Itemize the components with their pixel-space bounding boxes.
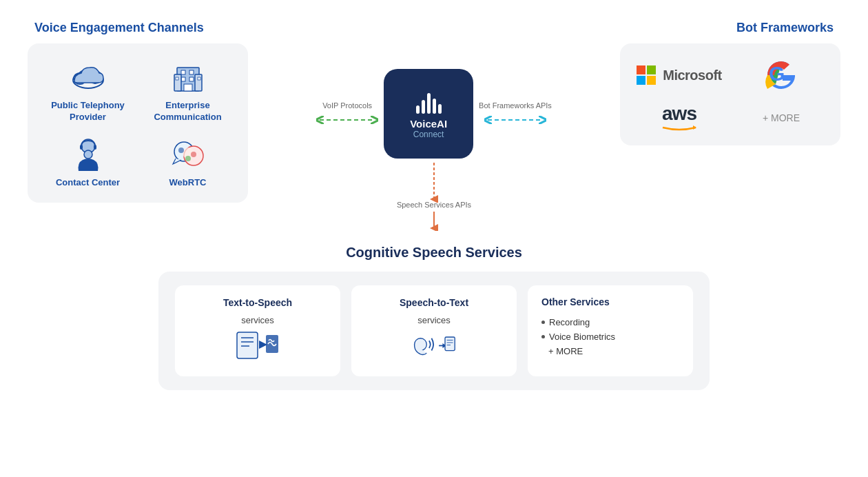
diagram-container: Voice Engagement Channels [0, 0, 868, 477]
biometrics-item: Voice Biometrics [541, 332, 679, 342]
tts-item: Text-to-Speech services [175, 285, 340, 376]
aws-text: aws [662, 104, 696, 123]
svg-rect-7 [181, 77, 185, 81]
svg-rect-6 [189, 70, 194, 74]
speech-api-arrow2 [427, 210, 441, 231]
webrtc-label: WebRTC [169, 177, 207, 189]
svg-point-23 [185, 156, 191, 161]
right-panel-title: Bot Frameworks [606, 21, 840, 35]
sound-bars-icon [416, 89, 442, 114]
svg-rect-35 [445, 337, 455, 351]
stt-item: Speech-to-Text services [351, 285, 517, 376]
recording-item: Recording [541, 317, 679, 327]
tts-icon [236, 331, 280, 365]
channel-enterprise: EnterpriseCommunication [141, 60, 234, 123]
svg-rect-10 [174, 74, 181, 91]
svg-rect-9 [184, 84, 192, 91]
contact-center-label: Contact Center [56, 177, 120, 189]
center-panel: VoIP Protocols [262, 21, 606, 231]
channel-contact-center: Contact Center [41, 137, 134, 189]
google-logo: G [736, 57, 827, 93]
microsoft-logo: Microsoft [634, 65, 725, 85]
svg-rect-8 [189, 77, 194, 81]
recording-label: Recording [549, 317, 590, 327]
bot-api-label: Bot Frameworks APIs [479, 101, 552, 110]
biometrics-label: Voice Biometrics [549, 332, 615, 342]
channel-telephony: Public TelephonyProvider [41, 60, 134, 123]
right-panel: Bot Frameworks Microsoft [606, 21, 840, 145]
svg-point-17 [84, 150, 92, 159]
bot-arrow [484, 113, 546, 127]
stt-icon [412, 331, 456, 365]
svg-rect-12 [176, 77, 178, 80]
cognitive-box: Text-to-Speech services [158, 272, 710, 389]
speech-api-label: Speech Services APIs [397, 200, 471, 210]
svg-rect-13 [198, 77, 200, 80]
aws-logo: aws [634, 104, 725, 132]
tts-subtitle: services [241, 315, 274, 325]
voip-label: VoIP Protocols [322, 101, 372, 110]
svg-rect-5 [181, 70, 185, 74]
tts-title: Text-to-Speech [223, 296, 292, 309]
svg-point-21 [178, 148, 184, 153]
bullet-biometrics [541, 335, 545, 338]
more-services-label: + MORE [548, 346, 583, 356]
contact-center-icon [68, 137, 109, 172]
cognitive-title: Cognitive Speech Services [346, 245, 522, 261]
channel-webrtc: WebRTC [141, 137, 234, 189]
bottom-section: Cognitive Speech Services Text-to-Speech… [0, 245, 868, 389]
ms-label: Microsoft [663, 68, 722, 83]
speech-api-arrow [427, 161, 441, 203]
stt-subtitle: services [417, 315, 451, 325]
enterprise-label: EnterpriseCommunication [154, 100, 221, 123]
voiceai-box: VoiceAI Connect [384, 69, 473, 159]
svg-point-22 [191, 152, 196, 157]
more-text: + MORE [763, 112, 800, 123]
stt-title: Speech-to-Text [400, 296, 468, 309]
other-services-title: Other Services [541, 296, 679, 307]
ms-squares [637, 65, 656, 85]
left-panel-title: Voice Engagement Channels [28, 21, 204, 35]
bot-frameworks-box: Microsoft G [620, 43, 840, 145]
telephony-label: Public TelephonyProvider [51, 100, 125, 123]
google-g-icon: G [763, 57, 799, 93]
more-item: + MORE [541, 346, 679, 356]
voip-arrow [316, 113, 378, 127]
telephony-icon [68, 60, 109, 94]
svg-rect-15 [80, 145, 83, 150]
left-panel: Voice Engagement Channels [28, 21, 262, 203]
svg-rect-16 [94, 145, 96, 150]
webrtc-icon [167, 137, 209, 172]
speech-api-area: Speech Services APIs [397, 161, 471, 231]
svg-rect-29 [237, 332, 258, 358]
enterprise-icon [167, 60, 209, 94]
bullet-recording [541, 321, 545, 324]
voiceai-sub: Connect [410, 130, 447, 139]
svg-text:G: G [769, 62, 785, 85]
aws-arrow-icon [660, 123, 699, 132]
more-label: + MORE [736, 112, 827, 123]
voiceai-brand: VoiceAI [410, 118, 447, 130]
voice-channels-box: Public TelephonyProvider [28, 43, 248, 203]
other-services-item: Other Services Recording Voice Biometric… [528, 285, 693, 376]
top-section: Voice Engagement Channels [0, 0, 868, 231]
svg-rect-11 [195, 74, 202, 91]
